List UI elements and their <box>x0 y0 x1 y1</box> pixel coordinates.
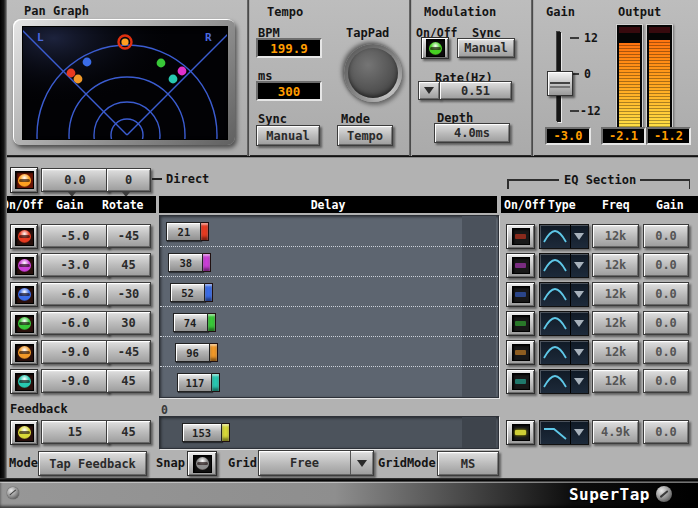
eq5-type-dropdown[interactable] <box>539 340 589 365</box>
tap2-delay-track[interactable]: 38 <box>160 246 498 277</box>
eq3-freq-button[interactable]: 12k <box>592 282 639 306</box>
eq5-freq-button[interactable]: 12k <box>592 340 639 364</box>
chevron-down-icon[interactable] <box>570 312 587 335</box>
eq5-gain-button[interactable]: 0.0 <box>643 340 689 364</box>
eq6-gain-button[interactable]: 0.0 <box>643 369 689 393</box>
tempo-title: Tempo <box>267 5 303 19</box>
eq-feedback-gain-button[interactable]: 0.0 <box>643 420 689 444</box>
tap6-delay-track[interactable]: 117 <box>160 366 498 397</box>
tap4-onoff-led-button[interactable] <box>10 311 38 336</box>
eq2-onoff-button[interactable] <box>506 253 535 278</box>
grid-dropdown[interactable]: Free <box>258 450 374 476</box>
tappad-knob[interactable] <box>344 44 402 102</box>
tap2-delay-handle[interactable]: 38 <box>168 253 211 270</box>
tap6-gain-button[interactable]: -9.0 <box>41 369 109 393</box>
tap6-onoff-led-button[interactable] <box>10 369 38 394</box>
tap1-delay-track[interactable]: 21 <box>160 216 498 246</box>
snap-led-button[interactable] <box>187 451 217 476</box>
eq5-onoff-button[interactable] <box>506 340 535 365</box>
tap5-onoff-led-button[interactable] <box>10 340 38 365</box>
tap4-rotate-button[interactable]: 30 <box>106 311 151 335</box>
tempo-sync-button[interactable]: Manual <box>256 125 320 146</box>
feedback-onoff-led-button[interactable] <box>10 420 38 445</box>
tap1-rotate-button[interactable]: -45 <box>106 224 151 248</box>
tap2-gain-button[interactable]: -3.0 <box>41 253 109 277</box>
eq3-type-dropdown[interactable] <box>539 282 589 307</box>
gridmode-button[interactable]: MS <box>437 451 499 476</box>
eq6-freq-button[interactable]: 12k <box>592 369 639 393</box>
chevron-down-icon[interactable] <box>570 421 587 444</box>
eq4-type-dropdown[interactable] <box>539 311 589 336</box>
tap5-delay-handle[interactable]: 96 <box>175 343 218 360</box>
pan-graph-display[interactable]: L R <box>22 26 228 140</box>
bpm-display[interactable]: 199.9 <box>256 38 322 58</box>
tap1-delay-handle[interactable]: 21 <box>166 222 209 239</box>
direct-gain-button[interactable]: 0.0 <box>41 168 109 192</box>
tap5-rotate-button[interactable]: -45 <box>106 340 151 364</box>
mod-rate-arrow-button[interactable] <box>418 81 440 100</box>
tap2-delay-marker <box>203 253 211 272</box>
chevron-down-icon[interactable] <box>570 370 587 393</box>
tap5-delay-track[interactable]: 96 <box>160 336 498 367</box>
tap4-gain-button[interactable]: -6.0 <box>41 311 109 335</box>
eq1-freq-button[interactable]: 12k <box>592 224 639 248</box>
tap1-gain-button[interactable]: -5.0 <box>41 224 109 248</box>
grid-dropdown-arrow[interactable] <box>350 451 373 475</box>
waves-rotate-icon[interactable] <box>656 486 672 502</box>
eq6-type-dropdown[interactable] <box>539 369 589 394</box>
feedback-gain-button[interactable]: 15 <box>41 420 109 444</box>
eq1-gain-button[interactable]: 0.0 <box>643 224 689 248</box>
eq-feedback-freq-button[interactable]: 4.9k <box>592 420 639 444</box>
eq4-gain-button[interactable]: 0.0 <box>643 311 689 335</box>
tap3-delay-value: 52 <box>181 287 194 299</box>
eq2-type-dropdown[interactable] <box>539 253 589 278</box>
tap4-delay-track[interactable]: 74 <box>160 306 498 337</box>
chevron-down-icon[interactable] <box>570 341 587 364</box>
tap2-rotate-button[interactable]: 45 <box>106 253 151 277</box>
tap3-onoff-led-button[interactable] <box>10 282 38 307</box>
tap4-led <box>18 317 31 330</box>
chevron-down-icon[interactable] <box>570 254 587 277</box>
tap3-delay-handle[interactable]: 52 <box>170 283 213 300</box>
gain-tick-label-12: 12 <box>584 31 598 45</box>
tap6-delay-handle[interactable]: 117 <box>177 373 220 390</box>
eq4-freq-button[interactable]: 12k <box>592 311 639 335</box>
eq-feedback-type-dropdown[interactable] <box>539 420 589 445</box>
eq2-gain-button[interactable]: 0.0 <box>643 253 689 277</box>
feedback-rotate-button[interactable]: 45 <box>106 420 151 444</box>
eq-section-title: EQ Section <box>564 173 636 187</box>
eq1-onoff-button[interactable] <box>506 224 535 249</box>
direct-rotate-button[interactable]: 0 <box>106 168 151 192</box>
direct-onoff-led-button[interactable] <box>10 167 38 193</box>
eq2-freq-button[interactable]: 12k <box>592 253 639 277</box>
tempo-mode-button[interactable]: Tempo <box>337 125 393 146</box>
bell-curve-icon <box>540 341 570 364</box>
tap6-rotate-button[interactable]: 45 <box>106 369 151 393</box>
eq3-onoff-button[interactable] <box>506 282 535 307</box>
chevron-down-icon[interactable] <box>570 225 587 248</box>
mod-onoff-led-button[interactable] <box>421 37 449 59</box>
feedback-delay-area[interactable]: 153 <box>159 416 499 449</box>
tap3-delay-track[interactable]: 52 <box>160 276 498 307</box>
mod-rate-value[interactable]: 0.51 <box>439 81 512 100</box>
tap3-gain-button[interactable]: -6.0 <box>41 282 109 306</box>
tap2-onoff-led-button[interactable] <box>10 253 38 278</box>
grid-label: Grid <box>228 456 257 470</box>
tap5-gain-button[interactable]: -9.0 <box>41 340 109 364</box>
mod-sync-button[interactable]: Manual <box>457 38 515 58</box>
mode-button[interactable]: Tap Feedback <box>38 451 147 476</box>
eq3-gain-button[interactable]: 0.0 <box>643 282 689 306</box>
tap4-delay-handle[interactable]: 74 <box>173 313 216 330</box>
chevron-down-icon[interactable] <box>570 283 587 306</box>
eq4-onoff-button[interactable] <box>506 311 535 336</box>
eq1-type-dropdown[interactable] <box>539 224 589 249</box>
tap1-onoff-led-button[interactable] <box>10 224 38 249</box>
waves-rotate-icon[interactable] <box>7 487 19 499</box>
feedback-delay-handle[interactable]: 153 <box>182 423 230 440</box>
eq-feedback-onoff-button[interactable] <box>506 420 535 445</box>
tap3-rotate-button[interactable]: -30 <box>106 282 151 306</box>
ms-display[interactable]: 300 <box>256 81 322 101</box>
gain-slider-thumb[interactable] <box>547 71 573 96</box>
eq6-onoff-button[interactable] <box>506 369 535 394</box>
mod-depth-button[interactable]: 4.0ms <box>434 123 510 143</box>
